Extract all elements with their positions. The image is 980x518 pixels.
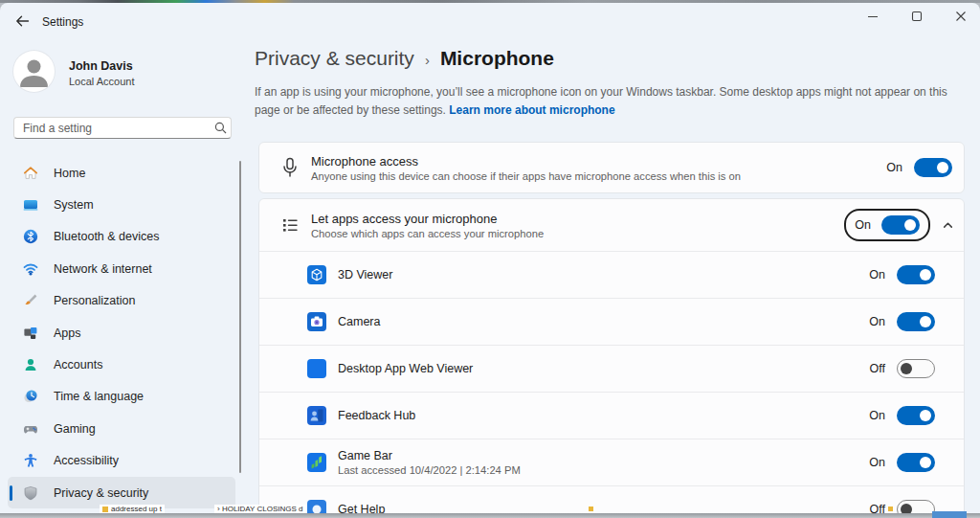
sidebar-item-accounts[interactable]: Accounts bbox=[8, 349, 235, 380]
accessibility-icon bbox=[23, 453, 38, 468]
app-last-accessed: Last accessed 10/4/2022 | 2:14:24 PM bbox=[338, 464, 521, 476]
wifi-icon bbox=[23, 261, 38, 277]
sidebar-item-label: Time & language bbox=[54, 390, 144, 403]
sidebar-item-label: Accounts bbox=[54, 358, 102, 372]
3d-viewer-toggle[interactable] bbox=[897, 265, 935, 284]
user-name: John Davis bbox=[69, 59, 133, 73]
app-name: 3D Viewer bbox=[338, 268, 392, 282]
app-row-get-help: Get Help Off bbox=[259, 485, 964, 513]
cell-marker-icon bbox=[102, 507, 108, 512]
toggle-state-label: Off bbox=[870, 503, 885, 513]
desktop-app-web-viewer-toggle[interactable] bbox=[897, 359, 935, 378]
setting-subtitle: Anyone using this device can choose if t… bbox=[311, 170, 741, 182]
app-row-feedback-hub: Feedback Hub On bbox=[259, 392, 964, 439]
apps-list-icon bbox=[280, 216, 300, 234]
gamepad-icon bbox=[23, 421, 38, 437]
app-name: Get Help bbox=[338, 503, 385, 513]
camera-toggle[interactable] bbox=[897, 312, 935, 331]
setting-title: Microphone access bbox=[311, 154, 741, 169]
microphone-access-card: Microphone access Anyone using this devi… bbox=[258, 142, 965, 193]
sidebar-item-time-language[interactable]: Time & language bbox=[8, 381, 235, 413]
toggle-state-label: On bbox=[886, 161, 902, 174]
app-access-header[interactable]: Let apps access your microphone Choose w… bbox=[259, 199, 964, 251]
system-icon bbox=[23, 197, 38, 213]
desktop-app-web-viewer-icon bbox=[307, 359, 326, 378]
3d-viewer-icon bbox=[307, 265, 326, 284]
setting-subtitle: Choose which apps can access your microp… bbox=[311, 228, 544, 239]
breadcrumb-parent[interactable]: Privacy & security bbox=[255, 47, 414, 70]
chevron-up-icon[interactable] bbox=[942, 219, 954, 232]
feedback-hub-toggle[interactable] bbox=[897, 406, 935, 425]
search-input[interactable] bbox=[14, 122, 210, 135]
app-name: Feedback Hub bbox=[338, 409, 415, 422]
breadcrumb-separator-icon: › bbox=[425, 52, 430, 68]
app-row-3d-viewer: 3D Viewer On bbox=[259, 251, 964, 298]
sidebar-item-label: Bluetooth & devices bbox=[54, 230, 160, 243]
sidebar-nav: Home System Bluetooth & devices Network … bbox=[8, 157, 235, 508]
app-name: Camera bbox=[338, 315, 380, 328]
app-row-desktop-app-web-viewer: Desktop App Web Viewer Off bbox=[259, 345, 964, 392]
toggle-state-label: On bbox=[869, 268, 885, 282]
sidebar: John Davis Local Account Home System Blu… bbox=[0, 3, 249, 513]
sidebar-item-label: Gaming bbox=[54, 422, 96, 436]
background-window-corner bbox=[932, 511, 967, 518]
sidebar-item-label: Accessibility bbox=[54, 454, 119, 467]
search-icon bbox=[210, 122, 231, 134]
sidebar-scrollbar[interactable] bbox=[239, 161, 241, 473]
app-row-camera: Camera On bbox=[259, 298, 964, 345]
focused-toggle-group: On bbox=[844, 209, 930, 241]
learn-more-link[interactable]: Learn more about microphone bbox=[449, 103, 614, 117]
sidebar-item-personalization[interactable]: Personalization bbox=[8, 285, 235, 317]
accounts-icon bbox=[23, 357, 38, 372]
sidebar-item-home[interactable]: Home bbox=[8, 157, 235, 189]
main-content: Privacy & security › Microphone If an ap… bbox=[255, 3, 980, 513]
get-help-toggle[interactable] bbox=[897, 500, 935, 513]
home-icon bbox=[23, 166, 38, 181]
app-name: Desktop App Web Viewer bbox=[338, 362, 473, 375]
toggle-state-label: On bbox=[869, 315, 885, 328]
camera-app-icon bbox=[307, 312, 326, 331]
bluetooth-icon bbox=[23, 229, 38, 244]
background-window-bottom-edge bbox=[0, 513, 980, 518]
sidebar-item-bluetooth-devices[interactable]: Bluetooth & devices bbox=[8, 221, 235, 253]
breadcrumb: Privacy & security › Microphone bbox=[255, 47, 980, 70]
sidebar-item-label: Home bbox=[54, 167, 85, 180]
game-bar-toggle[interactable] bbox=[897, 453, 935, 472]
sidebar-item-label: Apps bbox=[54, 327, 81, 340]
person-icon bbox=[13, 51, 55, 92]
sidebar-item-gaming[interactable]: Gaming bbox=[8, 413, 235, 444]
microphone-access-toggle[interactable] bbox=[914, 158, 952, 177]
cell-marker-icon bbox=[589, 507, 593, 511]
shield-icon bbox=[23, 485, 38, 501]
page-description: If an app is using your microphone, you’… bbox=[255, 83, 967, 119]
sidebar-item-label: System bbox=[54, 198, 94, 212]
sidebar-item-system[interactable]: System bbox=[8, 189, 235, 220]
user-account-type: Local Account bbox=[69, 76, 135, 87]
sidebar-item-label: Network & internet bbox=[54, 262, 152, 276]
toggle-state-label: Off bbox=[870, 362, 885, 375]
sidebar-item-apps[interactable]: Apps bbox=[8, 317, 235, 349]
sidebar-item-label: Privacy & security bbox=[54, 486, 148, 500]
app-row-game-bar: Game Bar Last accessed 10/4/2022 | 2:14:… bbox=[259, 439, 964, 485]
page-title: Microphone bbox=[440, 47, 554, 70]
setting-title: Let apps access your microphone bbox=[311, 212, 544, 226]
sidebar-item-network-internet[interactable]: Network & internet bbox=[8, 253, 235, 284]
search-box[interactable] bbox=[13, 117, 232, 139]
sidebar-item-accessibility[interactable]: Accessibility bbox=[8, 445, 235, 477]
microphone-icon bbox=[280, 157, 300, 179]
toggle-state-label: On bbox=[855, 218, 871, 232]
get-help-icon bbox=[307, 500, 326, 513]
feedback-hub-icon bbox=[307, 406, 326, 425]
app-access-toggle[interactable] bbox=[881, 215, 920, 235]
toggle-state-label: On bbox=[869, 456, 885, 469]
sidebar-item-label: Personalization bbox=[54, 294, 135, 307]
settings-window: Settings John Davis Local Account Home bbox=[0, 3, 980, 513]
app-access-expander: Let apps access your microphone Choose w… bbox=[258, 198, 965, 513]
toggle-state-label: On bbox=[869, 409, 885, 422]
brush-icon bbox=[23, 293, 38, 308]
avatar[interactable] bbox=[13, 51, 55, 92]
app-name: Game Bar bbox=[338, 449, 521, 462]
clock-globe-icon bbox=[23, 389, 38, 404]
apps-icon bbox=[23, 326, 38, 341]
cell-marker-icon bbox=[888, 507, 893, 511]
